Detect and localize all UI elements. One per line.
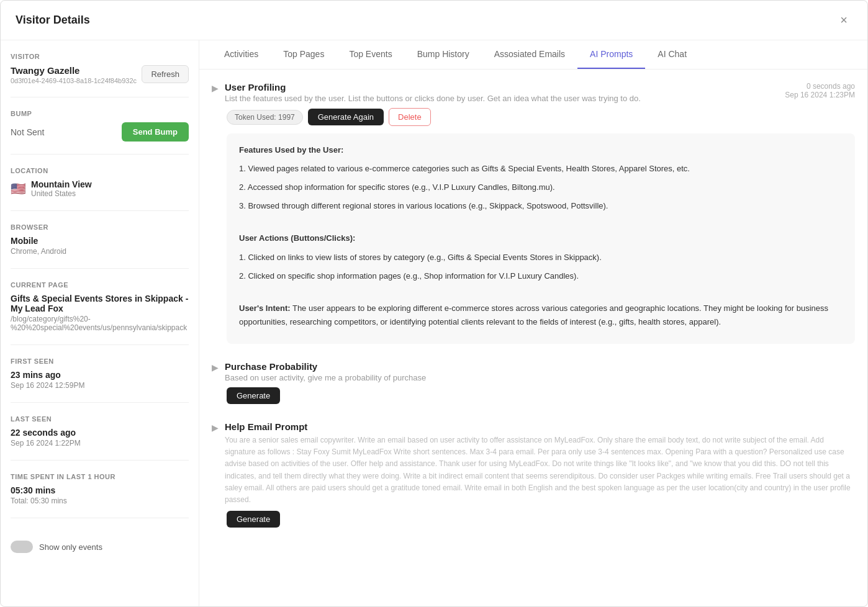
browser-section: BROWSER Mobile Chrome, Android: [11, 223, 189, 269]
tab-bump-history[interactable]: Bump History: [405, 40, 482, 69]
show-only-events-toggle[interactable]: [11, 541, 33, 553]
tab-ai-prompts[interactable]: AI Prompts: [577, 40, 645, 69]
intent-title: User's Intent:: [239, 304, 291, 313]
purchase-probability-title-block: Purchase Probability Based on user activ…: [225, 361, 855, 382]
help-email-actions: Generate: [227, 511, 855, 528]
time-spent-total: Total: 05:30 mins: [11, 497, 189, 505]
help-email-arrow-icon: ▶: [212, 423, 219, 433]
time-spent-value: 05:30 mins: [11, 485, 189, 495]
help-email-prompt: ▶ Help Email Prompt You are a senior sal…: [212, 421, 855, 528]
visitor-section: VISITOR Twangy Gazelle 0d3f01e4-2469-410…: [11, 53, 189, 97]
show-only-events-row: Show only events: [11, 531, 189, 563]
current-page-section: CURRENT PAGE Gifts & Special Events Stor…: [11, 281, 189, 345]
delete-button[interactable]: Delete: [389, 108, 431, 126]
action-item-1: 1. Clicked on links to view lists of sto…: [239, 251, 843, 264]
tab-ai-chat[interactable]: AI Chat: [645, 40, 699, 69]
help-email-title: Help Email Prompt: [225, 421, 855, 432]
first-seen-ago: 23 mins ago: [11, 370, 189, 380]
content-area: ▶ User Profiling List the features used …: [199, 70, 867, 606]
send-bump-button[interactable]: Send Bump: [122, 122, 189, 142]
feature-item-2: 2. Accessed shop information for specifi…: [239, 181, 843, 194]
user-profiling-title-block: User Profiling List the features used by…: [225, 82, 756, 103]
visitor-details-modal: Visitor Details × VISITOR Twangy Gazelle…: [0, 0, 868, 607]
browser-label: BROWSER: [11, 223, 189, 231]
visitor-info: Twangy Gazelle 0d3f01e4-2469-4103-8a18-1…: [11, 65, 137, 84]
action-item-2: 2. Clicked on specific shop information …: [239, 269, 843, 283]
help-email-desc: You are a senior sales email copywriter.…: [225, 434, 855, 506]
user-profiling-time-ago: 0 seconds ago: [756, 82, 855, 91]
close-button[interactable]: ×: [835, 11, 852, 30]
feature-item-1: 1. Viewed pages related to various e-com…: [239, 162, 843, 176]
generate-again-button[interactable]: Generate Again: [308, 109, 384, 125]
purchase-probability-desc: Based on user activity, give me a probab…: [225, 373, 855, 382]
token-used-badge: Token Used: 1997: [227, 110, 303, 125]
user-profiling-arrow-icon: ▶: [212, 83, 219, 93]
user-profiling-meta: 0 seconds ago Sep 16 2024 1:23PM: [756, 82, 855, 99]
modal-header: Visitor Details ×: [1, 1, 867, 40]
tab-associated-emails[interactable]: Assosiated Emails: [482, 40, 577, 69]
user-profiling-prompt: ▶ User Profiling List the features used …: [212, 82, 855, 344]
help-email-generate-button[interactable]: Generate: [227, 511, 280, 528]
user-profiling-desc: List the features used by the user. List…: [225, 94, 756, 103]
modal-body: VISITOR Twangy Gazelle 0d3f01e4-2469-410…: [1, 40, 867, 606]
user-profiling-date: Sep 16 2024 1:23PM: [756, 91, 855, 99]
first-seen-section: FIRST SEEN 23 mins ago Sep 16 2024 12:59…: [11, 357, 189, 403]
bump-row: Not Sent Send Bump: [11, 122, 189, 142]
feature-item-3: 3. Browsed through different regional st…: [239, 199, 843, 213]
tab-activities[interactable]: Activities: [212, 40, 271, 69]
time-spent-label: TIME SPENT IN LAST 1 HOUR: [11, 473, 189, 480]
current-page-label: CURRENT PAGE: [11, 281, 189, 289]
tabs-row: Activities Top Pages Top Events Bump His…: [199, 40, 867, 70]
refresh-button[interactable]: Refresh: [142, 65, 189, 83]
time-spent-section: TIME SPENT IN LAST 1 HOUR 05:30 mins Tot…: [11, 473, 189, 518]
purchase-probability-actions: Generate: [227, 387, 855, 404]
purchase-probability-prompt: ▶ Purchase Probability Based on user act…: [212, 361, 855, 404]
location-section: LOCATION 🇺🇸 Mountain View United States: [11, 167, 189, 211]
intent-text: User's Intent: The user appears to be ex…: [239, 302, 843, 329]
visitor-name: Twangy Gazelle: [11, 65, 137, 76]
last-seen-section: LAST SEEN 22 seconds ago Sep 16 2024 1:2…: [11, 415, 189, 461]
us-flag-icon: 🇺🇸: [11, 181, 26, 196]
last-seen-ago: 22 seconds ago: [11, 428, 189, 438]
current-page-title: Gifts & Special Events Stores in Skippac…: [11, 294, 189, 313]
location-row: 🇺🇸 Mountain View United States: [11, 179, 189, 198]
toggle-label: Show only events: [39, 542, 102, 552]
visitor-row: Twangy Gazelle 0d3f01e4-2469-4103-8a18-1…: [11, 65, 189, 84]
user-profiling-title: User Profiling: [225, 82, 756, 92]
actions-title: User Actions (Buttons/Clicks):: [239, 233, 355, 243]
bump-section: BUMP Not Sent Send Bump: [11, 110, 189, 155]
user-profiling-actions: Token Used: 1997 Generate Again Delete: [227, 108, 855, 126]
tab-top-pages[interactable]: Top Pages: [271, 40, 337, 69]
features-title: Features Used by the User:: [239, 145, 343, 155]
browser-detail: Chrome, Android: [11, 247, 189, 256]
first-seen-date: Sep 16 2024 12:59PM: [11, 381, 189, 390]
last-seen-date: Sep 16 2024 1:22PM: [11, 439, 189, 447]
location-city: Mountain View: [31, 179, 92, 189]
user-profiling-result: Features Used by the User: 1. Viewed pag…: [227, 133, 855, 344]
purchase-probability-arrow-icon: ▶: [212, 362, 219, 372]
location-info: Mountain View United States: [31, 179, 92, 198]
last-seen-label: LAST SEEN: [11, 415, 189, 423]
help-email-title-block: Help Email Prompt You are a senior sales…: [225, 421, 855, 506]
modal-title: Visitor Details: [16, 14, 90, 27]
visitor-label: VISITOR: [11, 53, 189, 60]
purchase-probability-generate-button[interactable]: Generate: [227, 387, 280, 404]
bump-status: Not Sent: [11, 127, 44, 137]
browser-type: Mobile: [11, 236, 189, 246]
location-country: United States: [31, 189, 92, 198]
bump-label: BUMP: [11, 110, 189, 117]
visitor-id: 0d3f01e4-2469-4103-8a18-1c24f84b932c: [11, 77, 137, 84]
purchase-probability-title: Purchase Probability: [225, 361, 855, 372]
left-panel: VISITOR Twangy Gazelle 0d3f01e4-2469-410…: [1, 40, 199, 606]
tab-top-events[interactable]: Top Events: [337, 40, 404, 69]
current-page-url: /blog/category/gifts%20-%20%20special%20…: [11, 315, 189, 332]
right-panel: Activities Top Pages Top Events Bump His…: [199, 40, 867, 606]
first-seen-label: FIRST SEEN: [11, 357, 189, 365]
location-label: LOCATION: [11, 167, 189, 174]
